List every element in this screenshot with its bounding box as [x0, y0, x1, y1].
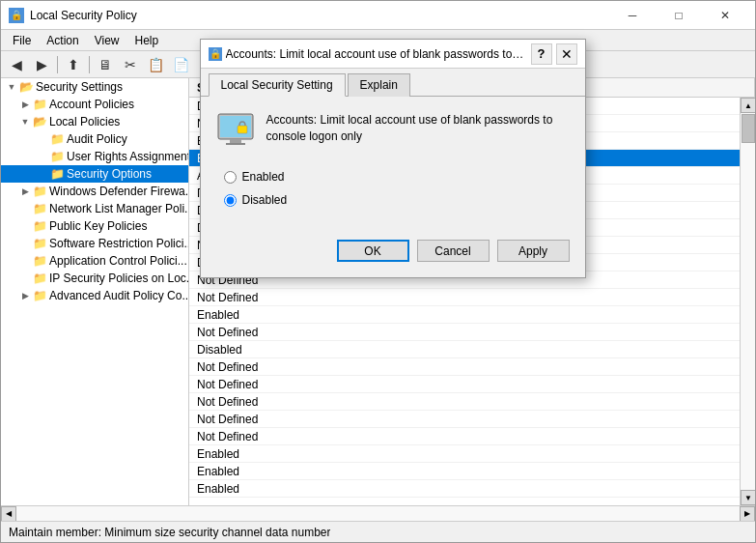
- scroll-down-arrow[interactable]: ▼: [741, 490, 755, 505]
- list-row[interactable]: Enabled: [189, 306, 740, 324]
- tree-label-user-rights: User Rights Assignment: [67, 150, 188, 163]
- folder-icon-security-options: [49, 166, 65, 182]
- tree-label-audit-policy: Audit Policy: [67, 132, 127, 146]
- tree-item-public-key[interactable]: ▶ Public Key Policies: [1, 217, 188, 235]
- menu-help[interactable]: Help: [127, 32, 167, 49]
- h-scroll-left[interactable]: ◀: [1, 506, 16, 522]
- list-row[interactable]: Not Defined: [189, 358, 740, 376]
- up-button[interactable]: ⬆: [62, 53, 85, 76]
- tree-item-security-options[interactable]: ▶ Security Options: [1, 165, 188, 183]
- policy-icon: [216, 112, 255, 151]
- menu-view[interactable]: View: [87, 32, 127, 49]
- toggle-advanced-audit[interactable]: ▶: [18, 289, 32, 302]
- list-row[interactable]: Not Defined: [189, 289, 740, 306]
- paste-button[interactable]: 📄: [169, 53, 192, 76]
- tree-label-advanced-audit: Advanced Audit Policy Co...: [49, 289, 188, 302]
- tab-explain[interactable]: Explain: [348, 73, 410, 97]
- modal-dialog: 🔒 Accounts: Limit local account use of b…: [200, 39, 586, 278]
- modal-footer: OK Cancel Apply: [201, 232, 585, 277]
- enabled-radio[interactable]: [224, 171, 237, 184]
- title-bar: 🔒 Local Security Policy ─ □ ✕: [1, 1, 755, 30]
- tab-local-security-setting[interactable]: Local Security Setting: [209, 73, 346, 97]
- tree-label-public-key: Public Key Policies: [49, 219, 147, 233]
- list-row[interactable]: Enabled: [189, 480, 740, 498]
- tree-label-security-settings: Security Settings: [36, 80, 123, 94]
- horizontal-scroll[interactable]: ◀ ▶: [1, 505, 755, 521]
- cut-button[interactable]: ✂: [119, 53, 142, 76]
- tree-item-ip-security[interactable]: ▶ IP Security Policies on Loc...: [1, 270, 188, 287]
- radio-enabled-option: Enabled: [224, 170, 570, 184]
- tree-item-windows-defender[interactable]: ▶ Windows Defender Firewa...: [1, 183, 188, 200]
- policy-options: Enabled Disabled: [216, 170, 570, 207]
- policy-header: Accounts: Limit local account use of bla…: [216, 112, 570, 151]
- list-row[interactable]: Not Defined: [189, 376, 740, 393]
- toggle-security-settings[interactable]: ▼: [5, 80, 18, 94]
- tree-item-account-policies[interactable]: ▶ Account Policies: [1, 96, 188, 113]
- radio-disabled-option: Disabled: [224, 193, 570, 207]
- modal-title: Accounts: Limit local account use of bla…: [226, 47, 527, 61]
- close-button[interactable]: ✕: [703, 2, 747, 29]
- folder-icon-account: [32, 97, 47, 112]
- copy-button[interactable]: 📋: [144, 53, 167, 76]
- folder-open-icon-local: [32, 114, 47, 129]
- svg-rect-3: [226, 143, 245, 145]
- tree-label-ip-security: IP Security Policies on Loc...: [49, 272, 188, 285]
- toggle-windows-defender[interactable]: ▶: [18, 185, 32, 198]
- modal-title-bar: 🔒 Accounts: Limit local account use of b…: [201, 40, 585, 69]
- forward-button[interactable]: ▶: [30, 53, 53, 76]
- tree-item-advanced-audit[interactable]: ▶ Advanced Audit Policy Co...: [1, 287, 188, 304]
- folder-icon-advanced-audit: [32, 288, 47, 303]
- list-row[interactable]: Enabled: [189, 445, 740, 463]
- modal-content: Accounts: Limit local account use of bla…: [201, 97, 585, 232]
- tree-item-audit-policy[interactable]: ▶ Audit Policy: [1, 130, 188, 148]
- modal-app-icon: 🔒: [209, 47, 222, 61]
- ok-button[interactable]: OK: [337, 240, 409, 262]
- window-controls: ─ □ ✕: [610, 2, 747, 29]
- list-row[interactable]: Disabled: [189, 341, 740, 358]
- folder-icon-software: [32, 236, 47, 251]
- tree-item-user-rights[interactable]: ▶ User Rights Assignment: [1, 148, 188, 165]
- menu-file[interactable]: File: [5, 32, 39, 49]
- svg-rect-4: [238, 126, 247, 133]
- toggle-account-policies[interactable]: ▶: [18, 98, 32, 111]
- apply-button[interactable]: Apply: [497, 240, 570, 262]
- modal-tab-bar: Local Security Setting Explain: [201, 69, 585, 97]
- scroll-thumb[interactable]: [742, 114, 755, 143]
- list-row[interactable]: Not Defined: [189, 428, 740, 445]
- modal-help-button[interactable]: ?: [531, 43, 552, 65]
- cancel-button[interactable]: Cancel: [417, 240, 490, 262]
- toolbar-separator-2: [89, 56, 90, 73]
- folder-icon-user-rights: [49, 149, 65, 164]
- tree-item-software-restriction[interactable]: ▶ Software Restriction Polici...: [1, 235, 188, 252]
- tree-label-windows-defender: Windows Defender Firewa...: [49, 185, 188, 198]
- enabled-label[interactable]: Enabled: [242, 170, 285, 184]
- list-row[interactable]: Not Defined: [189, 393, 740, 411]
- scrollbar[interactable]: ▲ ▼: [740, 98, 755, 505]
- tree-label-account-policies: Account Policies: [49, 98, 134, 111]
- menu-action[interactable]: Action: [39, 32, 86, 49]
- show-hide-button[interactable]: 🖥: [94, 53, 117, 76]
- scroll-track[interactable]: [741, 113, 755, 490]
- list-row[interactable]: Not Defined: [189, 324, 740, 341]
- tree-item-network-list[interactable]: ▶ Network List Manager Poli...: [1, 200, 188, 217]
- list-row[interactable]: Enabled: [189, 463, 740, 480]
- modal-close-button[interactable]: ✕: [556, 43, 577, 65]
- folder-icon-network: [32, 201, 47, 216]
- h-scroll-track[interactable]: [16, 506, 740, 522]
- tree-item-local-policies[interactable]: ▼ Local Policies: [1, 113, 188, 130]
- maximize-button[interactable]: □: [657, 2, 701, 29]
- list-row[interactable]: Not Defined: [189, 411, 740, 428]
- h-scroll-right[interactable]: ▶: [740, 506, 755, 522]
- tree-label-software-restriction: Software Restriction Polici...: [49, 237, 188, 250]
- disabled-label[interactable]: Disabled: [242, 193, 288, 207]
- scroll-up-arrow[interactable]: ▲: [741, 98, 755, 113]
- disabled-radio[interactable]: [224, 194, 237, 207]
- minimize-button[interactable]: ─: [610, 2, 655, 29]
- tree-item-app-control[interactable]: ▶ Application Control Polici...: [1, 252, 188, 270]
- toolbar-separator-1: [57, 56, 58, 73]
- folder-icon-defender: [32, 184, 47, 199]
- toggle-local-policies[interactable]: ▼: [18, 115, 32, 129]
- tree-item-security-settings[interactable]: ▼ Security Settings: [1, 78, 188, 96]
- app-icon: 🔒: [9, 8, 24, 23]
- back-button[interactable]: ◀: [5, 53, 28, 76]
